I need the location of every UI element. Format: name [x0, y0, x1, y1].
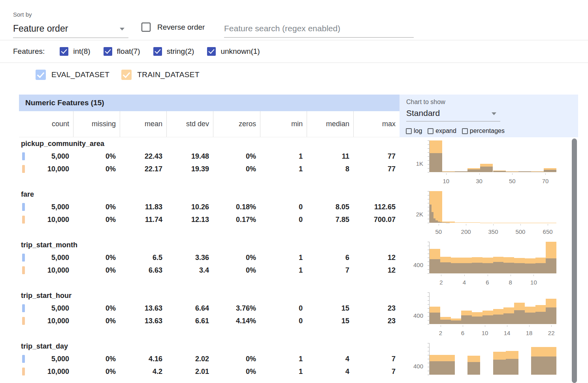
stat-value: 4: [307, 353, 353, 365]
feature-name: pickup_community_area: [19, 137, 400, 150]
stat-value: 0%: [73, 365, 120, 378]
stat-value-text: 13.63: [145, 304, 162, 312]
hist-bar: [503, 313, 514, 324]
hist-layer-eval: [430, 343, 556, 375]
column-header-median: median: [307, 111, 353, 137]
stat-value-text: 13.63: [145, 317, 162, 325]
checkbox-unchecked-icon[interactable]: [462, 128, 468, 134]
stat-value: 0%: [73, 201, 120, 213]
feature-type-option[interactable]: float(7): [104, 47, 140, 56]
dataset-checkbox-eval[interactable]: [36, 70, 46, 80]
chart-type-select[interactable]: Standard: [406, 106, 500, 121]
vertical-scrollbar[interactable]: [572, 138, 577, 383]
feature-row-trip_start_month: trip_start_month5,0000%6.53.360%161210,0…: [19, 239, 588, 289]
histogram-plot: [429, 242, 556, 273]
dataset-option-eval[interactable]: EVAL_DATASET: [36, 70, 109, 80]
hist-bar: [472, 263, 482, 273]
stat-value-text: 7: [392, 355, 396, 363]
checkbox-unchecked-icon[interactable]: [428, 128, 433, 134]
stat-value-text: 1: [299, 368, 303, 375]
dataset-label: TRAIN_DATASET: [137, 70, 200, 79]
table-title: Numeric Features (15): [25, 99, 104, 107]
x-axis-tick-label: 22: [548, 330, 555, 336]
feature-histogram: 2K50200350500650: [400, 188, 578, 239]
hist-bar: [546, 307, 556, 324]
feature-type-option[interactable]: int(8): [60, 47, 90, 56]
hist-bar: [535, 312, 546, 324]
stat-value-text: 23: [388, 304, 396, 312]
chart-option-label: log: [414, 127, 422, 135]
stat-value-text: 1: [299, 355, 303, 363]
chart-option-expand[interactable]: expand: [428, 127, 456, 135]
stat-value-text: 10,000: [47, 368, 69, 375]
sort-by-select[interactable]: Feature order: [13, 21, 128, 38]
legend-marker-train: [22, 165, 25, 173]
stat-value: 0%: [213, 150, 260, 163]
x-axis-tick: [511, 275, 511, 276]
hist-bar: [455, 171, 467, 172]
feature-stats: trip_start_month5,0000%6.53.360%161210,0…: [19, 239, 400, 289]
checkbox-checked-icon[interactable]: [153, 47, 162, 56]
feature-name: trip_start_hour: [19, 289, 400, 302]
x-axis-tick: [441, 275, 441, 276]
stat-value-text: 11.74: [145, 216, 162, 224]
hist-bar: [506, 359, 518, 375]
feature-search-input[interactable]: [224, 20, 414, 37]
chart-option-percentages[interactable]: percentages: [462, 127, 505, 135]
y-axis-tick: [428, 144, 429, 145]
stat-value: 4.14%: [213, 315, 260, 327]
stat-value-text: 10,000: [47, 266, 69, 274]
hist-bar: [493, 360, 506, 375]
hist-layer-eval: [430, 140, 556, 172]
y-axis-tick: [428, 320, 429, 320]
reverse-order-checkbox[interactable]: [141, 23, 151, 32]
column-header-max: max: [353, 111, 400, 137]
stat-value-text: 4.2: [153, 368, 162, 375]
stat-value: 0%: [73, 315, 120, 327]
stat-value-text: 6.61: [195, 317, 209, 325]
hist-bar: [440, 320, 451, 324]
stat-value-text: 1: [299, 165, 303, 173]
x-axis-tick: [488, 275, 488, 276]
x-axis-tick-label: 350: [488, 228, 498, 235]
stat-value-text: 1: [299, 266, 303, 274]
stat-value-text: 7: [345, 266, 349, 274]
stat-value: 19.48: [166, 150, 213, 163]
checkbox-checked-icon[interactable]: [104, 47, 112, 56]
chart-option-log[interactable]: log: [406, 127, 422, 135]
stat-value-text: 0: [299, 317, 303, 325]
y-axis-tick: [428, 168, 429, 169]
x-axis-tick-label: 10: [482, 330, 488, 336]
feature-search-wrap: [224, 20, 414, 38]
stat-value-text: 7.85: [335, 216, 349, 224]
stat-value-text: 77: [388, 165, 396, 173]
feature-type-option[interactable]: string(2): [153, 47, 194, 56]
y-axis-tick: [428, 371, 429, 371]
feature-type-option[interactable]: unknown(1): [207, 47, 260, 56]
stat-value: 6.5: [120, 251, 166, 264]
stat-value: 1: [260, 264, 307, 277]
stat-value-text: 10,000: [47, 317, 69, 325]
hist-bar: [493, 315, 504, 324]
hist-bar: [430, 361, 442, 375]
stat-value: 0%: [73, 213, 120, 226]
checkbox-unchecked-icon[interactable]: [406, 128, 412, 134]
stat-value: 112.65: [353, 201, 400, 213]
y-axis-tick: [428, 296, 429, 297]
dataset-checkbox-train[interactable]: [121, 70, 132, 80]
stat-value: 1: [260, 365, 307, 378]
legend-marker-train: [22, 317, 25, 325]
hist-bar: [506, 172, 518, 172]
checkbox-checked-icon[interactable]: [60, 47, 68, 56]
stat-value-text: 0%: [106, 152, 116, 160]
legend-marker-train: [22, 216, 25, 224]
stat-value-text: 4: [345, 355, 349, 363]
feature-histogram: 1K10305070: [400, 137, 578, 188]
stat-value: 1: [260, 150, 307, 163]
dataset-option-train[interactable]: TRAIN_DATASET: [121, 70, 200, 80]
feature-name: trip_start_day: [19, 340, 400, 353]
hist-bar: [440, 262, 451, 273]
checkbox-checked-icon[interactable]: [207, 47, 216, 56]
stat-value: 3.36: [166, 251, 213, 264]
y-axis-tick: [428, 351, 429, 351]
